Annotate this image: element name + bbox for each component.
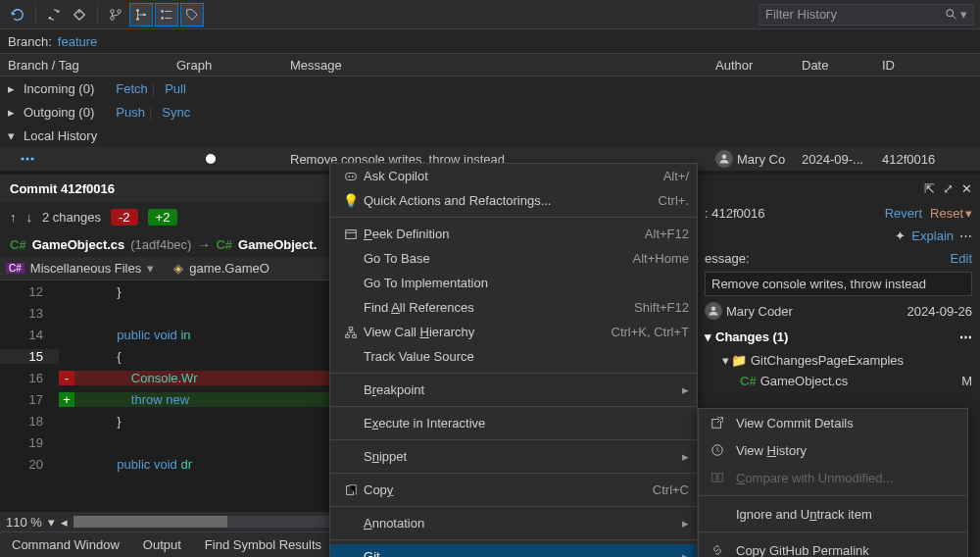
svg-point-2 bbox=[118, 9, 122, 13]
cm-ignore-untrack[interactable]: Ignore and Untrack item bbox=[699, 500, 967, 528]
col-graph[interactable]: Graph bbox=[176, 58, 290, 73]
chevron-down-icon[interactable]: ▾ bbox=[48, 515, 55, 530]
commit-message-box[interactable]: Remove console writes, throw instead bbox=[705, 272, 972, 296]
restore-icon[interactable]: ⇱ bbox=[924, 181, 935, 196]
cm-annotation[interactable]: Annotation▸ bbox=[330, 511, 697, 535]
chevron-right-icon[interactable]: ▸ bbox=[8, 105, 20, 120]
nav-up-icon[interactable]: ↑ bbox=[10, 210, 17, 225]
diff-removed-marker: - bbox=[59, 371, 74, 385]
tag-icon[interactable] bbox=[68, 3, 91, 26]
filter-history-input[interactable]: Filter History ▾ bbox=[759, 4, 974, 25]
refresh-icon[interactable] bbox=[6, 3, 29, 26]
tab-output[interactable]: Output bbox=[131, 532, 193, 557]
cm-copy-permalink[interactable]: Copy GitHub Permalink bbox=[699, 536, 967, 557]
reset-link[interactable]: Reset bbox=[930, 206, 963, 221]
zoom-level[interactable]: 110 % bbox=[6, 515, 42, 530]
svg-point-9 bbox=[947, 9, 954, 16]
ellipsis-icon[interactable]: ⋯ bbox=[959, 329, 972, 344]
avatar-icon bbox=[715, 150, 733, 168]
chevron-down-icon[interactable]: ▾ bbox=[722, 353, 729, 368]
ellipsis-icon[interactable]: ⋯ bbox=[959, 228, 972, 243]
cm-snippet[interactable]: Snippet▸ bbox=[330, 444, 697, 469]
chevron-down-icon[interactable]: ▾ bbox=[147, 261, 154, 276]
svg-point-7 bbox=[161, 10, 164, 13]
chevron-down-icon[interactable]: ▾ bbox=[8, 128, 20, 143]
ellipsis-icon[interactable] bbox=[20, 152, 35, 166]
cm-view-history[interactable]: View History bbox=[699, 436, 967, 464]
copy-icon bbox=[338, 483, 364, 497]
breadcrumb[interactable]: game.GameO bbox=[189, 261, 270, 276]
folder-row[interactable]: ▾ 📁 GitChangesPageExamples bbox=[697, 350, 980, 371]
copilot-icon bbox=[338, 170, 364, 183]
svg-rect-20 bbox=[346, 334, 350, 337]
cm-go-to-base[interactable]: Go To BaseAlt+Home bbox=[330, 246, 697, 271]
svg-point-0 bbox=[78, 11, 80, 13]
push-link[interactable]: Push bbox=[116, 105, 145, 120]
cm-call-hierarchy[interactable]: View Call HierarchyCtrl+K, Ctrl+T bbox=[330, 320, 697, 344]
fetch-link[interactable]: Fetch bbox=[116, 81, 148, 96]
list-view-icon[interactable] bbox=[155, 3, 178, 26]
cm-quick-actions[interactable]: 💡Quick Actions and Refactorings...Ctrl+. bbox=[330, 188, 697, 213]
close-icon[interactable]: ✕ bbox=[961, 181, 972, 196]
scroll-left-icon[interactable]: ◂ bbox=[61, 515, 68, 530]
link-icon bbox=[709, 543, 726, 557]
maximize-icon[interactable]: ⤢ bbox=[943, 181, 954, 196]
csharp-icon: C# bbox=[216, 237, 232, 252]
cm-execute-interactive[interactable]: Execute in Interactive bbox=[330, 411, 697, 435]
search-icon bbox=[945, 8, 958, 22]
chevron-right-icon[interactable]: ▸ bbox=[8, 81, 20, 96]
cm-ask-copilot[interactable]: Ask CopilotAlt+/ bbox=[330, 164, 697, 188]
cm-view-commit-details[interactable]: View Commit Details bbox=[699, 409, 967, 436]
panel-header: ⇱ ⤢ ✕ bbox=[697, 175, 980, 202]
file-hash: (1adf4bec) bbox=[130, 237, 191, 252]
hierarchy-icon bbox=[338, 326, 364, 339]
misc-files-dropdown[interactable]: Miscellaneous Files bbox=[30, 261, 141, 276]
changes-count: 2 changes bbox=[42, 210, 101, 225]
diff-added-marker: + bbox=[59, 392, 74, 407]
cm-copy[interactable]: CopyCtrl+C bbox=[330, 478, 697, 502]
tab-command-window[interactable]: Command Window bbox=[0, 532, 131, 557]
tab-find-symbol[interactable]: Find Symbol Results bbox=[193, 532, 333, 557]
cm-git[interactable]: Git▸ bbox=[330, 544, 697, 557]
local-history-row[interactable]: ▾ Local History bbox=[0, 124, 980, 147]
branch-icon[interactable] bbox=[104, 3, 127, 26]
pull-link[interactable]: Pull bbox=[165, 81, 186, 96]
col-date[interactable]: Date bbox=[802, 58, 882, 73]
chevron-right-icon: ▸ bbox=[682, 549, 689, 557]
outgoing-row[interactable]: ▸ Outgoing (0) Push | Sync bbox=[0, 100, 980, 124]
cm-go-to-impl[interactable]: Go To Implementation bbox=[330, 271, 697, 295]
dropdown-caret-icon[interactable]: ▾ bbox=[960, 7, 967, 22]
cm-breakpoint[interactable]: Breakpoint▸ bbox=[330, 378, 697, 402]
cm-find-refs[interactable]: Find All ReferencesShift+F12 bbox=[330, 295, 697, 320]
cm-track-value[interactable]: Track Value Source bbox=[330, 344, 697, 369]
edit-link[interactable]: Edit bbox=[951, 251, 972, 266]
scrollbar-thumb[interactable] bbox=[74, 516, 227, 528]
svg-point-13 bbox=[722, 155, 727, 160]
col-message[interactable]: Message bbox=[290, 58, 715, 73]
file-status: M bbox=[961, 374, 972, 388]
col-branch[interactable]: Branch / Tag bbox=[8, 58, 176, 73]
explain-link[interactable]: Explain bbox=[911, 228, 954, 243]
sync-icon[interactable] bbox=[42, 3, 66, 26]
tag-view-icon[interactable] bbox=[180, 3, 204, 26]
chevron-down-icon[interactable]: ▾ bbox=[705, 329, 711, 344]
svg-point-1 bbox=[111, 9, 115, 13]
author-name: Mary Coder bbox=[726, 304, 793, 319]
file-row[interactable]: C# GameObject.cs M bbox=[697, 371, 980, 391]
file-name: GameObject.cs bbox=[760, 374, 849, 388]
cm-peek-definition[interactable]: Peek DefinitionAlt+F12 bbox=[330, 222, 697, 246]
revert-link[interactable]: Revert bbox=[885, 206, 922, 221]
git-submenu: View Commit Details View History Compare… bbox=[698, 408, 968, 557]
sparkle-icon: ✦ bbox=[895, 228, 906, 243]
branch-name-link[interactable]: feature bbox=[58, 34, 97, 49]
incoming-row[interactable]: ▸ Incoming (0) Fetch | Pull bbox=[0, 76, 980, 100]
col-id[interactable]: ID bbox=[882, 58, 980, 73]
nav-down-icon[interactable]: ↓ bbox=[26, 210, 33, 225]
chevron-down-icon[interactable]: ▾ bbox=[965, 206, 972, 221]
additions-badge: +2 bbox=[148, 209, 178, 226]
graph-view-icon[interactable] bbox=[129, 3, 153, 26]
col-author[interactable]: Author bbox=[715, 58, 802, 73]
sync-link[interactable]: Sync bbox=[162, 105, 190, 120]
commit-id: 412f0016 bbox=[882, 152, 980, 167]
svg-rect-19 bbox=[349, 327, 353, 329]
